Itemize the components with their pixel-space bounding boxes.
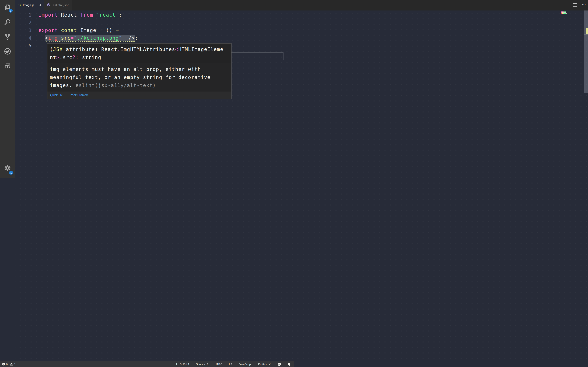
source-control-icon[interactable] xyxy=(0,29,15,44)
search-icon[interactable] xyxy=(0,15,15,29)
js-file-icon: JS xyxy=(18,4,21,7)
line-number: 3 xyxy=(15,26,38,34)
tab-label: Image.js xyxy=(23,3,34,7)
message-line: meaningful text, or an empty string for … xyxy=(50,73,229,82)
extensions-icon[interactable] xyxy=(0,59,15,73)
line-number: 1 xyxy=(15,11,38,19)
explorer-badge: 1 xyxy=(9,9,13,13)
hover-lint-message: img elements must have an alt prop, eith… xyxy=(47,63,231,92)
code-text: <img src="./ketchup.png" />; xyxy=(38,34,294,42)
code-line-2[interactable]: 2 xyxy=(15,19,294,26)
line-number: 2 xyxy=(15,19,38,26)
code-line-4[interactable]: 4 <img src="./ketchup.png" />; xyxy=(15,34,294,42)
settings-gear-icon[interactable]: 1 xyxy=(0,161,15,175)
activity-bar-spacer xyxy=(0,73,15,161)
explorer-icon[interactable]: 1 xyxy=(0,0,15,15)
tab-image-js[interactable]: JS Image.js xyxy=(15,0,44,10)
message-line: images. eslint(jsx-a11y/alt-text) xyxy=(50,82,229,90)
hover-tooltip: (JSX attribute) React.ImgHTMLAttributes<… xyxy=(47,43,232,99)
line-number-active: 5 xyxy=(15,42,38,50)
code-text xyxy=(38,19,294,26)
selected-code-with-warning-squiggle[interactable]: <img src="./ketchup.png" /> xyxy=(45,35,135,41)
eslint-file-icon xyxy=(47,3,50,8)
tab-bar: JS Image.js .eslintrc.json ⋯ xyxy=(15,0,294,10)
code-line-3[interactable]: 3 export const Image = () ⇒ xyxy=(15,26,294,34)
signature-line: nt>.src?: string xyxy=(50,53,229,61)
hover-actions: Quick Fix... Peek Problem xyxy=(47,92,231,99)
tab-eslintrc-json[interactable]: .eslintrc.json xyxy=(44,0,72,10)
code-text: import React from 'react'; xyxy=(38,11,294,19)
message-line: img elements must have an alt prop, eith… xyxy=(50,65,229,73)
tab-label: .eslintrc.json xyxy=(52,3,69,7)
code-text: export const Image = () ⇒ xyxy=(38,26,294,34)
line-number: 4 xyxy=(15,34,38,42)
code-line-1[interactable]: 1 import React from 'react'; xyxy=(15,11,294,19)
activity-bar: 1 xyxy=(0,0,15,178)
modified-dot-icon[interactable] xyxy=(40,4,41,6)
peek-problem-link[interactable]: Peek Problem xyxy=(70,93,88,97)
settings-badge: 1 xyxy=(9,171,13,175)
hover-type-signature: (JSX attribute) React.ImgHTMLAttributes<… xyxy=(47,43,231,63)
quick-fix-link[interactable]: Quick Fix... xyxy=(50,93,65,97)
signature-line: (JSX attribute) React.ImgHTMLAttributes<… xyxy=(50,45,229,53)
debug-disabled-icon[interactable] xyxy=(0,44,15,59)
